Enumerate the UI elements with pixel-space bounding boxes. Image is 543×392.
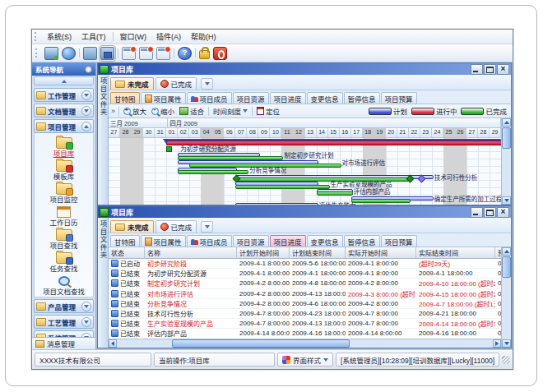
gantt-task-row[interactable]: 评估生产能力 xyxy=(109,202,501,205)
maximize-button[interactable] xyxy=(484,207,496,218)
expand-group-button[interactable] xyxy=(81,106,91,116)
gantt-task-row[interactable]: 生产实验室规模的产品 xyxy=(109,181,501,188)
subtab-project-resources[interactable]: 项目资源 xyxy=(233,235,269,247)
scroll-right-button[interactable] xyxy=(493,339,501,348)
close-button[interactable] xyxy=(497,207,509,218)
close-button[interactable] xyxy=(497,64,509,75)
gantt-task-row[interactable]: 对市场进行评估 xyxy=(109,159,501,167)
gantt-task-row[interactable]: 确定生产所需的加工过程 xyxy=(109,196,501,203)
expand-group-button[interactable] xyxy=(81,302,91,311)
scroll-up-button[interactable] xyxy=(502,118,511,127)
subtab-change-info[interactable]: 变更信息 xyxy=(307,92,343,104)
lock-icon[interactable] xyxy=(199,50,210,59)
subtab-gantt[interactable]: 甘特图 xyxy=(110,92,140,104)
zoom-out-button[interactable]: 缩小 xyxy=(151,106,175,116)
tab-unfinished[interactable]: 未完成 xyxy=(110,220,154,233)
tab-finished[interactable]: 已完成 xyxy=(155,77,197,90)
table-row[interactable]: 已结束分析竞争情况2009-4-2 8:00:002009-4-6 18:00:… xyxy=(109,299,501,309)
subtab-project-progress[interactable]: 项目进度 xyxy=(270,235,306,247)
sidebar-group-project-mgmt[interactable]: 项目管理 xyxy=(34,119,94,133)
column-header-1[interactable]: 名称 xyxy=(145,247,237,258)
overflow-chevron-icon[interactable] xyxy=(111,107,115,115)
minimize-button[interactable] xyxy=(471,64,483,75)
pin-icon[interactable] xyxy=(85,66,92,73)
table-row[interactable]: 已结束为初步研究分配资源2009-4-1 8:00:002009-4-1 18:… xyxy=(109,269,501,279)
resize-grip[interactable] xyxy=(502,356,510,364)
table-row[interactable]: 已启动初步研究阶段2009-4-1 8:00:002009-5-6 18:00:… xyxy=(109,259,501,269)
exit-icon[interactable] xyxy=(213,47,227,60)
menu-plugins[interactable]: 插件(A) xyxy=(151,30,186,44)
gantt-vscrollbar[interactable] xyxy=(501,118,511,205)
expand-group-button[interactable] xyxy=(81,317,91,327)
sidebar-item-work-calendar[interactable]: 工作日历 xyxy=(35,204,93,227)
fit-button[interactable]: 适合 xyxy=(179,106,205,116)
gantt-chart[interactable]: 三月 2009四月 2009 2728293031010203040506070… xyxy=(109,118,501,205)
minimize-button[interactable] xyxy=(471,207,483,218)
tab-overflow-button[interactable] xyxy=(201,221,213,233)
sidebar-group-work-mgmt[interactable]: 工作管理 xyxy=(34,88,94,102)
tab-unfinished[interactable]: 未完成 xyxy=(110,77,154,90)
subtab-project-props[interactable]: 项目属性 xyxy=(141,235,186,247)
chart-icon[interactable] xyxy=(156,47,170,60)
subtab-project-budget[interactable]: 项目预算 xyxy=(381,235,417,247)
zoom-in-button[interactable]: 放大 xyxy=(123,106,147,116)
subtab-gantt[interactable]: 甘特图 xyxy=(110,235,140,247)
gantt-task-row[interactable] xyxy=(109,138,501,145)
maximize-button[interactable] xyxy=(484,64,496,75)
subtab-pause-info[interactable]: 暂停信息 xyxy=(344,92,380,104)
subtab-project-resources[interactable]: 项目资源 xyxy=(233,92,269,104)
report-icon[interactable] xyxy=(122,47,136,60)
open-project-icon[interactable] xyxy=(83,47,97,60)
column-header-0[interactable]: 状态 xyxy=(109,247,145,258)
subtab-project-members[interactable]: 项目成员 xyxy=(187,235,232,247)
subtab-project-progress[interactable]: 项目进度 xyxy=(270,92,306,104)
collapse-group-button[interactable] xyxy=(81,122,91,131)
table-row[interactable]: 已结束生产实验室规模的产品2009-4-7 8:00:002009-4-13 1… xyxy=(109,319,501,329)
tab-overflow-button[interactable] xyxy=(201,78,213,90)
client-icon[interactable] xyxy=(44,47,58,60)
locate-button[interactable]: 定位 xyxy=(256,106,281,116)
table-hscrollbar[interactable] xyxy=(109,339,501,348)
menu-help[interactable]: 帮助(H) xyxy=(186,30,221,44)
gantt-task-row[interactable]: 技术可行性分析 xyxy=(109,174,501,182)
sidebar-group-doc-mgmt[interactable]: 文档管理 xyxy=(34,104,94,118)
timescale-button[interactable]: 时间刻度 xyxy=(212,106,248,116)
sidebar-item-project-monitor[interactable]: 项目监控 xyxy=(35,181,93,204)
sidebar-group-product-mgmt[interactable]: 产品管理 xyxy=(34,299,94,313)
scroll-down-button[interactable] xyxy=(502,339,511,348)
sidebar-item-project-search[interactable]: 项目查找 xyxy=(35,227,93,250)
project-folder-strip[interactable]: 项目文件夹 xyxy=(98,218,109,348)
table-row[interactable]: 已结束对市场进行评估2009-4-2 8:00:002009-4-13 18:0… xyxy=(109,289,501,299)
column-header-3[interactable]: 计划结束时间 xyxy=(290,247,346,258)
sidebar-item-task-search[interactable]: 任务查找 xyxy=(35,250,93,273)
project-folder-strip[interactable]: 项目文件夹 xyxy=(98,75,109,205)
gantt-task-row[interactable]: 评估内部产品 xyxy=(109,188,501,196)
scroll-thumb[interactable] xyxy=(502,256,511,278)
column-header-5[interactable]: 实际结束时间 xyxy=(416,247,495,258)
gantt-task-row[interactable]: 分析竞争情况 xyxy=(109,167,501,174)
sidebar-collapse-button[interactable] xyxy=(34,76,94,85)
scroll-down-button[interactable] xyxy=(502,196,511,205)
subtab-project-budget[interactable]: 项目预算 xyxy=(381,92,417,104)
menu-system[interactable]: 系统(S) xyxy=(42,30,77,44)
sidebar-group-system-mgmt[interactable]: 系统管理 xyxy=(34,330,94,337)
sidebar-group-process-mgmt[interactable]: 工艺管理 xyxy=(34,315,94,329)
message-management-tab[interactable]: 消息管理 xyxy=(32,337,95,349)
table-row[interactable]: 已结束制定初步研究计划2009-4-2 8:00:002009-4-8 18:0… xyxy=(109,279,501,288)
subtab-project-members[interactable]: 项目成员 xyxy=(187,92,232,104)
subtab-project-props[interactable]: 项目属性 xyxy=(141,92,186,104)
sidebar-item-project-doc-search[interactable]: 项目文档查找 xyxy=(35,273,93,296)
expand-group-button[interactable] xyxy=(81,90,91,100)
tab-finished[interactable]: 已完成 xyxy=(155,220,197,233)
template-icon[interactable] xyxy=(139,47,153,60)
scroll-thumb[interactable] xyxy=(502,127,511,149)
scroll-thumb[interactable] xyxy=(172,339,350,348)
scroll-up-button[interactable] xyxy=(502,247,511,256)
gantt-task-row[interactable]: 制定初步研究计划 xyxy=(109,152,501,159)
column-header-6[interactable]: 预警 xyxy=(495,247,501,258)
table-row[interactable]: 已结束技术可行性分析2009-4-7 8:00:002009-4-23 18:0… xyxy=(109,309,501,319)
interface-style-button[interactable]: 界面样式 xyxy=(277,353,333,367)
help-icon[interactable] xyxy=(178,47,192,60)
column-header-2[interactable]: 计划开始时间 xyxy=(237,247,290,258)
menu-tools[interactable]: 工具(T) xyxy=(77,30,111,44)
